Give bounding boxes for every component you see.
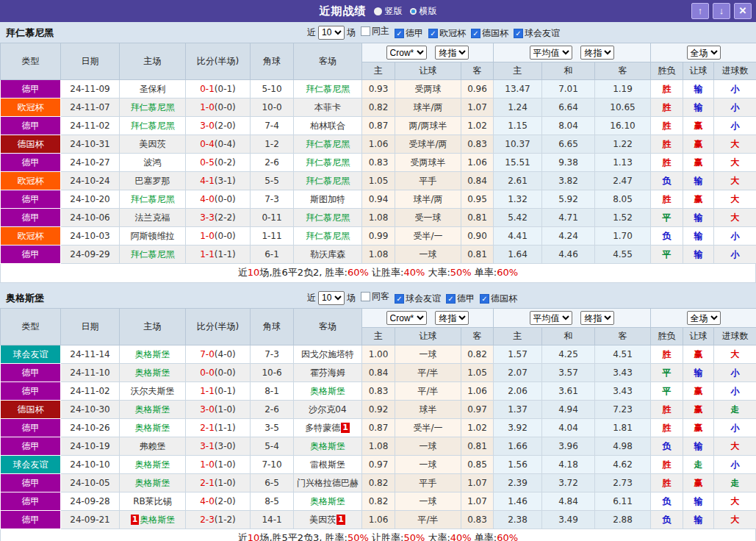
away-team[interactable]: 门兴格拉德巴赫 <box>294 474 362 492</box>
away-team[interactable]: 柏林联合 <box>294 117 362 135</box>
avg-final-select[interactable]: 终指 <box>580 46 614 60</box>
scope-select[interactable]: 全场 <box>687 311 721 325</box>
home-team[interactable]: 奥格斯堡 <box>120 345 186 364</box>
fulltime-score: 7-0 <box>200 349 215 359</box>
away-team[interactable]: 拜仁慕尼黑 <box>294 227 362 246</box>
league-filter-checkbox[interactable]: 同客 <box>356 290 389 303</box>
league-filter-checkbox[interactable]: 同主 <box>356 25 389 37</box>
away-team[interactable]: 拜仁慕尼黑 <box>294 209 362 227</box>
league-badge: 德甲 <box>1 511 61 529</box>
home-team[interactable]: 沃尔夫斯堡 <box>120 382 186 401</box>
avg-home: 1.66 <box>494 437 542 456</box>
home-team[interactable]: RB莱比锡 <box>120 492 186 511</box>
result-wdl: 平 <box>651 209 683 227</box>
league-filter-checkbox[interactable]: ✓球会友谊 <box>508 27 560 40</box>
move-up-button[interactable]: ↑ <box>691 3 709 19</box>
games-count-select[interactable]: 10 <box>318 26 345 40</box>
corner-score: 2-6 <box>251 154 294 172</box>
away-team[interactable]: 奥格斯堡 <box>294 437 362 456</box>
league-filter-checkbox[interactable]: ✓欧冠杯 <box>423 27 466 40</box>
odds-final-select[interactable]: 终指 <box>435 46 469 60</box>
odds-final-select[interactable]: 终指 <box>435 311 469 325</box>
away-team[interactable]: 奥格斯堡 <box>294 382 362 401</box>
layout-radio-horizontal[interactable]: 横版 <box>410 5 437 18</box>
home-team[interactable]: 阿斯顿维拉 <box>120 227 186 246</box>
result-overunder: 大 <box>714 492 756 511</box>
away-team[interactable]: 因戈尔施塔特 <box>294 345 362 364</box>
avg-draw: 4.24 <box>542 227 595 246</box>
avg-source-select[interactable]: 平均值 <box>530 311 572 325</box>
subcol-result-handicap: 让球 <box>683 328 714 345</box>
league-filter-checkbox[interactable]: ✓德国杯 <box>466 27 508 40</box>
home-team[interactable]: 奥格斯堡 <box>120 401 186 419</box>
away-team[interactable]: 美因茨1 <box>294 511 362 529</box>
league-filter-checkbox[interactable]: ✓德甲 <box>389 27 423 40</box>
away-team[interactable]: 拜仁慕尼黑 <box>294 172 362 190</box>
away-team[interactable]: 雷根斯堡 <box>294 456 362 474</box>
home-team[interactable]: 波鸿 <box>120 154 186 172</box>
home-team[interactable]: 奥格斯堡 <box>120 456 186 474</box>
home-team[interactable]: 奥格斯堡 <box>120 419 186 437</box>
away-team[interactable]: 沙尔克04 <box>294 401 362 419</box>
halftime-score: (1-2) <box>215 515 236 525</box>
home-team[interactable]: 奥格斯堡 <box>120 364 186 382</box>
odds-source-select[interactable]: Crow* <box>386 46 427 60</box>
home-team[interactable]: 拜仁慕尼黑 <box>120 246 186 264</box>
avg-final-select[interactable]: 终指 <box>580 311 614 325</box>
away-team[interactable]: 拜仁慕尼黑 <box>294 135 362 154</box>
corner-score: 8-1 <box>251 382 294 401</box>
home-team[interactable]: 拜仁慕尼黑 <box>120 117 186 135</box>
fulltime-score: 0-4 <box>200 139 215 149</box>
scope-select[interactable]: 全场 <box>687 46 721 60</box>
away-team[interactable]: 拜仁慕尼黑 <box>294 154 362 172</box>
home-team[interactable]: 拜仁慕尼黑 <box>120 190 186 209</box>
layout-radio-vertical[interactable]: 竖版 <box>374 5 403 18</box>
home-team[interactable]: 美因茨 <box>120 135 186 154</box>
home-team[interactable]: 巴塞罗那 <box>120 172 186 190</box>
checkbox-checked-icon: ✓ <box>514 29 523 38</box>
result-handicap: 输 <box>683 437 714 456</box>
away-team[interactable]: 本菲卡 <box>294 98 362 117</box>
away-team[interactable]: 奥格斯堡 <box>294 492 362 511</box>
away-team[interactable]: 多特蒙德1 <box>294 419 362 437</box>
team-name: 霍芬海姆 <box>310 368 345 378</box>
home-team[interactable]: 弗赖堡 <box>120 437 186 456</box>
result-handicap: 赢 <box>683 135 714 154</box>
corner-score: 7-3 <box>251 345 294 364</box>
away-team[interactable]: 斯图加特 <box>294 190 362 209</box>
checkbox-unchecked-icon <box>361 292 370 301</box>
home-team[interactable]: 1奥格斯堡 <box>120 511 186 529</box>
result-handicap: 输 <box>683 98 714 117</box>
result-overunder: 大 <box>714 511 756 529</box>
avg-source-select[interactable]: 平均值 <box>530 46 572 60</box>
checkbox-label: 欧冠杯 <box>439 27 466 40</box>
subcol-result-wdl: 胜负 <box>651 328 683 345</box>
home-team[interactable]: 奥格斯堡 <box>120 474 186 492</box>
avg-home: 1.56 <box>494 456 542 474</box>
avg-away: 4.98 <box>595 437 651 456</box>
avg-home: 2.61 <box>494 172 542 190</box>
away-team[interactable]: 霍芬海姆 <box>294 364 362 382</box>
games-count-select[interactable]: 10 <box>318 291 345 305</box>
league-filter-checkbox[interactable]: ✓德国杯 <box>475 293 517 305</box>
home-team[interactable]: 拜仁慕尼黑 <box>120 98 186 117</box>
odds-home: 1.00 <box>362 345 395 364</box>
checkbox-label: 同主 <box>372 25 389 37</box>
team-name: 波鸿 <box>144 157 162 168</box>
team-name: 拜仁慕尼黑 <box>306 176 350 186</box>
home-team[interactable]: 法兰克福 <box>120 209 186 227</box>
away-team[interactable]: 拜仁慕尼黑 <box>294 80 362 98</box>
home-team[interactable]: 圣保利 <box>120 80 186 98</box>
avg-draw: 6.65 <box>542 135 595 154</box>
checkbox-label: 德甲 <box>457 293 475 305</box>
away-team[interactable]: 勒沃库森 <box>294 246 362 264</box>
checkbox-checked-icon: ✓ <box>395 29 404 38</box>
team-name: 多特蒙德 <box>305 423 340 433</box>
close-button[interactable]: ✕ <box>734 3 752 19</box>
match-date: 24-09-29 <box>61 246 120 264</box>
odds-source-select[interactable]: Crow* <box>386 311 427 325</box>
move-down-button[interactable]: ↓ <box>713 3 730 19</box>
match-row: 欧冠杯24-10-24巴塞罗那4-1(3-1)5-5拜仁慕尼黑1.05平手0.8… <box>1 172 756 190</box>
league-filter-checkbox[interactable]: ✓德甲 <box>441 293 475 305</box>
league-filter-checkbox[interactable]: ✓球会友谊 <box>389 293 441 305</box>
